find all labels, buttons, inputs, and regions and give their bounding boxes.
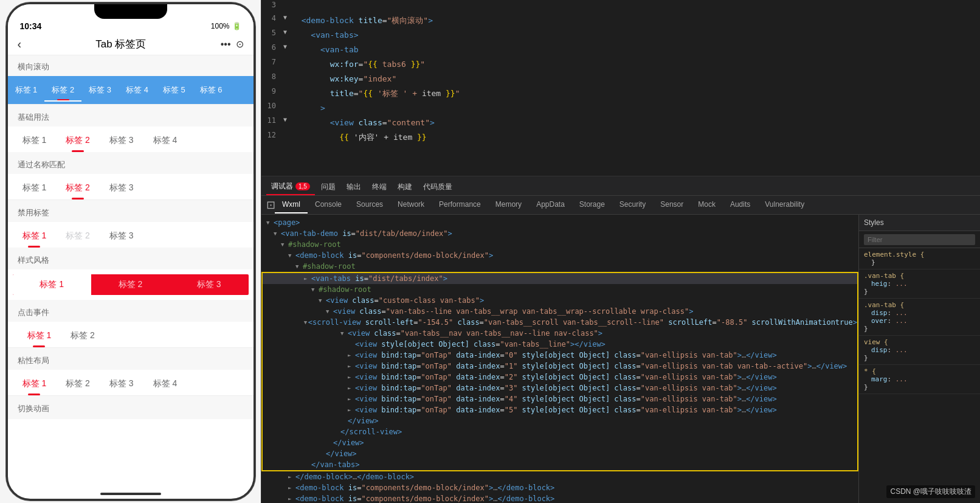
- sensor-tab[interactable]: Sensor: [653, 196, 691, 213]
- network-tab[interactable]: Network: [390, 196, 432, 213]
- storage-tab[interactable]: Storage: [572, 196, 612, 213]
- dom-line[interactable]: ► <demo-block is="components/demo-block/…: [261, 482, 858, 493]
- tab-item[interactable]: 标签 1: [8, 78, 45, 102]
- dom-line[interactable]: ▼ <view class="van-tabs--line van-tabs__…: [263, 306, 857, 317]
- dom-arrow[interactable]: ►: [288, 496, 295, 502]
- security-tab[interactable]: Security: [612, 196, 653, 213]
- dom-line[interactable]: ► <view bind:tap="onTap" data-index="4" …: [263, 394, 857, 404]
- basic-tab-active[interactable]: 标签 2: [56, 127, 100, 152]
- dom-arrow[interactable]: ►: [348, 363, 355, 369]
- style-tab-1[interactable]: 标签 1: [13, 274, 91, 295]
- basic-tab[interactable]: 标签 4: [143, 127, 187, 152]
- dom-arrow[interactable]: ▼: [295, 263, 303, 269]
- dom-line[interactable]: ▼ <van-tab-demo is="dist/tab/demo/index"…: [261, 228, 858, 239]
- record-icon[interactable]: ⊙: [236, 38, 244, 50]
- dom-arrow[interactable]: ▼: [326, 308, 333, 314]
- dom-line[interactable]: ▼ #shadow-root: [261, 261, 858, 272]
- styles-filter-input[interactable]: [864, 234, 975, 245]
- debugger-tab[interactable]: 调试器 1,5: [266, 179, 315, 195]
- vulnerability-tab[interactable]: Vulnerability: [757, 196, 812, 213]
- console-tab[interactable]: Console: [308, 196, 349, 213]
- dom-line[interactable]: </van-tabs>: [263, 459, 857, 470]
- performance-tab[interactable]: Performance: [432, 196, 488, 213]
- dom-arrow[interactable]: ▼: [274, 231, 281, 237]
- tab-item[interactable]: 标签 2: [44, 78, 81, 102]
- sticky-tab-3[interactable]: 标签 3: [100, 370, 143, 395]
- mock-tab[interactable]: Mock: [691, 196, 723, 213]
- dom-line[interactable]: ► <view bind:tap="onTap" data-index="2" …: [263, 372, 857, 383]
- dom-arrow[interactable]: ▼: [311, 286, 319, 293]
- dom-line[interactable]: </view>: [263, 448, 857, 459]
- audits-tab[interactable]: Audits: [723, 196, 757, 213]
- dom-arrow[interactable]: ▼: [266, 220, 274, 226]
- dom-arrow[interactable]: ▼: [319, 297, 326, 304]
- sources-tab[interactable]: Sources: [349, 196, 390, 213]
- dom-arrow[interactable]: ▼: [304, 319, 308, 325]
- sticky-tab-2[interactable]: 标签 2: [56, 370, 100, 395]
- dom-line[interactable]: ▼ #shadow-root: [263, 284, 857, 295]
- dom-arrow[interactable]: ►: [288, 474, 295, 480]
- styles-selector: .van-tab {: [864, 272, 975, 280]
- dom-line[interactable]: ▼ <scroll-view scroll-left="-154.5" clas…: [263, 317, 857, 328]
- style-tab-2[interactable]: 标签 2: [91, 274, 170, 295]
- disabled-tab-1[interactable]: 标签 1: [13, 222, 57, 248]
- disabled-tab-3[interactable]: 标签 3: [100, 222, 143, 248]
- tab-item[interactable]: 标签 5: [156, 78, 193, 102]
- click-tab-2[interactable]: 标签 2: [61, 322, 105, 347]
- dom-arrow[interactable]: ►: [304, 276, 311, 282]
- match-tab[interactable]: 标签 3: [100, 174, 143, 199]
- back-button[interactable]: ‹: [18, 37, 22, 51]
- inspect-icon[interactable]: ⊡: [264, 196, 275, 214]
- terminal-tab[interactable]: 终端: [367, 179, 392, 195]
- appdata-tab[interactable]: AppData: [529, 196, 572, 213]
- dom-arrow[interactable]: ►: [348, 407, 355, 413]
- dom-line[interactable]: </scroll-view>: [263, 426, 857, 437]
- match-tab-active[interactable]: 标签 2: [56, 174, 100, 199]
- style-tab-3[interactable]: 标签 3: [170, 274, 248, 295]
- styles-filter[interactable]: [859, 231, 980, 248]
- dom-arrow[interactable]: ►: [348, 396, 355, 402]
- dom-arrow[interactable]: ▼: [281, 241, 288, 248]
- styles-selector: view {: [864, 338, 975, 346]
- dom-arrow[interactable]: ►: [288, 485, 295, 491]
- sticky-tab-4[interactable]: 标签 4: [143, 370, 187, 395]
- codequality-tab[interactable]: 代码质量: [418, 179, 457, 195]
- more-icon[interactable]: •••: [221, 39, 231, 50]
- dom-line[interactable]: </view>: [263, 437, 857, 448]
- dom-line[interactable]: <view style[object Object] class="van-ta…: [263, 339, 857, 350]
- dom-arrow[interactable]: ▼: [340, 330, 348, 336]
- dom-arrow[interactable]: ▼: [288, 252, 295, 258]
- dom-line[interactable]: ► <view bind:tap="onTap" data-index="1" …: [263, 361, 857, 372]
- match-tab[interactable]: 标签 1: [13, 174, 57, 199]
- dom-tree[interactable]: ▼ <page> ▼ <van-tab-demo is="dist/tab/de…: [261, 215, 858, 503]
- dom-line[interactable]: ► </demo-block>…</demo-block>: [261, 471, 858, 482]
- dom-arrow[interactable]: ►: [348, 374, 355, 380]
- dom-arrow[interactable]: ►: [348, 352, 355, 358]
- click-tab-1[interactable]: 标签 1: [18, 322, 61, 347]
- tab-item[interactable]: 标签 6: [193, 78, 230, 102]
- basic-tab[interactable]: 标签 1: [13, 127, 57, 152]
- dom-line[interactable]: ▼ <demo-block is="components/demo-block/…: [261, 250, 858, 261]
- dom-line[interactable]: ► <view bind:tap="onTap" data-index="3" …: [263, 383, 857, 394]
- dom-line[interactable]: ▼ <view class="custom-class van-tabs">: [263, 295, 857, 306]
- dom-line[interactable]: ► <view bind:tap="onTap" data-index="0" …: [263, 350, 857, 361]
- section-label-1: 横向滚动: [8, 55, 254, 76]
- tab-item[interactable]: 标签 3: [81, 78, 119, 102]
- basic-tab[interactable]: 标签 3: [100, 127, 143, 152]
- code-line: 4 ▼ <demo-block title="横向滚动">: [261, 13, 980, 28]
- dom-line[interactable]: ► <demo-block is="components/demo-block/…: [261, 493, 858, 503]
- sticky-tab-1[interactable]: 标签 1: [13, 370, 57, 395]
- build-tab[interactable]: 构建: [393, 179, 417, 195]
- dom-line[interactable]: ▼ <view class="van-tabs__nav van-tabs__n…: [263, 328, 857, 339]
- tab-item[interactable]: 标签 4: [119, 78, 156, 102]
- dom-arrow[interactable]: ►: [348, 385, 355, 391]
- wxml-tab[interactable]: Wxml: [275, 196, 308, 213]
- dom-line[interactable]: ► <van-tabs is="dist/tabs/index">: [263, 273, 857, 284]
- issues-tab[interactable]: 问题: [316, 179, 340, 195]
- memory-tab[interactable]: Memory: [488, 196, 529, 213]
- dom-line[interactable]: ► <view bind:tap="onTap" data-index="5" …: [263, 404, 857, 415]
- dom-line[interactable]: </view>: [263, 415, 857, 426]
- dom-line[interactable]: ▼ <page>: [261, 217, 858, 228]
- output-tab[interactable]: 输出: [342, 179, 366, 195]
- dom-line[interactable]: ▼ #shadow-root: [261, 239, 858, 250]
